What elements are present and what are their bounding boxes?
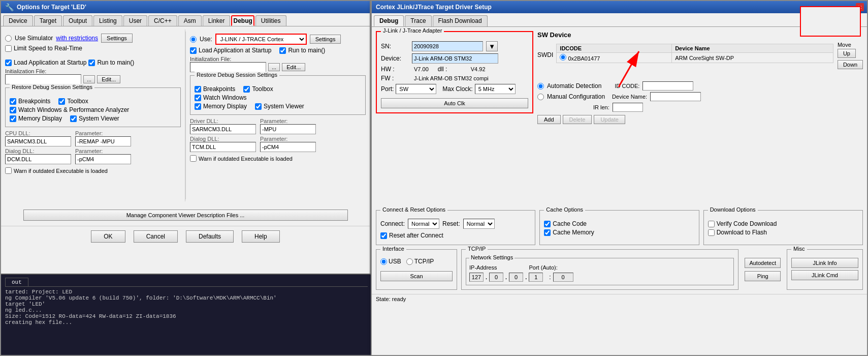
watch-windows-check[interactable]	[10, 107, 16, 113]
init-browse-right[interactable]: ...	[268, 63, 280, 71]
use-radio[interactable]	[190, 36, 197, 43]
cache-code-check[interactable]	[544, 221, 551, 227]
system-viewer-check[interactable]	[70, 115, 77, 122]
breakpoints-check[interactable]	[10, 98, 16, 105]
warn-check-left[interactable]	[5, 167, 12, 174]
dialog-param-input-right[interactable]	[260, 142, 316, 152]
down-button[interactable]: Down	[838, 60, 863, 69]
tab-listing[interactable]: Listing	[93, 15, 122, 26]
tab-linker[interactable]: Linker	[203, 15, 231, 26]
sn-input[interactable]	[412, 41, 483, 51]
load-app-check[interactable]	[5, 60, 12, 66]
help-button[interactable]: Help	[242, 230, 280, 243]
simulator-radio[interactable]	[5, 35, 12, 42]
dialog-dll-input-right[interactable]	[190, 142, 256, 152]
manual-config-radio[interactable]	[537, 94, 544, 100]
jlink-cmd-button[interactable]: JLink Cmd	[791, 270, 858, 280]
window-icon: 🔧	[5, 3, 14, 11]
defaults-button[interactable]: Defaults	[186, 230, 234, 243]
tcpip-radio[interactable]	[406, 258, 413, 265]
memory-display-check-right[interactable]	[195, 103, 201, 110]
driver-tab-trace[interactable]: Trace	[405, 15, 431, 26]
dialog-param-input[interactable]	[75, 154, 131, 164]
run-to-main-check-right[interactable]	[279, 47, 286, 54]
cache-memory-row: Cache Memory	[544, 229, 694, 236]
system-viewer-check-right[interactable]	[255, 103, 262, 110]
use-settings-button[interactable]: Settings	[310, 35, 341, 44]
cpu-dll-input[interactable]	[5, 136, 71, 146]
usb-radio[interactable]	[380, 258, 387, 265]
limit-speed-check[interactable]	[5, 45, 12, 52]
memory-display-check[interactable]	[10, 115, 16, 122]
cpu-param-input[interactable]	[75, 136, 131, 146]
watch-windows-check-right[interactable]	[195, 95, 201, 101]
dialog-dll-input[interactable]	[5, 154, 71, 164]
ip-input-3[interactable]	[509, 273, 523, 282]
console-tabs: out	[5, 278, 368, 287]
driver-param-input[interactable]	[260, 124, 316, 134]
autodetect-button[interactable]: Autodetect	[745, 258, 781, 268]
sn-dropdown-button[interactable]: ▼	[486, 41, 498, 51]
tab-asm[interactable]: Asm	[178, 15, 202, 26]
ip-input-2[interactable]	[489, 273, 503, 282]
swdi-radio[interactable]	[560, 54, 566, 61]
delete-button[interactable]: Delete	[563, 115, 592, 124]
restrictions-link[interactable]: with restrictions	[56, 35, 98, 42]
tab-target[interactable]: Target	[34, 15, 62, 26]
auto-clk-button[interactable]: Auto Clk	[381, 98, 528, 108]
up-button[interactable]: Up	[838, 49, 856, 58]
device-input[interactable]	[412, 53, 498, 64]
load-app-check-right[interactable]	[190, 47, 197, 54]
tab-debug[interactable]: Debug	[231, 15, 254, 26]
maxclock-select[interactable]: 5 MHz	[475, 84, 516, 94]
init-browse-button[interactable]: ...	[83, 75, 95, 83]
reset-after-check[interactable]	[380, 232, 387, 239]
port-select[interactable]: SW	[396, 84, 436, 94]
tab-device[interactable]: Device	[3, 15, 33, 26]
sw-table: IDCODE Device Name 0x2BA01477	[556, 44, 833, 63]
tcpip-radio-group: TCP/IP	[406, 258, 434, 265]
ip-input-4[interactable]	[529, 273, 543, 282]
ir-len-input[interactable]	[613, 103, 643, 112]
manage-button[interactable]: Manage Component Viewer Description File…	[23, 210, 348, 221]
breakpoints-check-right[interactable]	[195, 86, 201, 93]
port-input[interactable]	[553, 273, 573, 282]
tab-cpp[interactable]: C/C++	[148, 15, 177, 26]
ok-button[interactable]: OK	[91, 230, 125, 243]
cancel-button[interactable]: Cancel	[134, 230, 178, 243]
update-button[interactable]: Update	[594, 115, 625, 124]
driver-tab-debug[interactable]: Debug	[374, 15, 404, 26]
use-select[interactable]: J-LINK / J-TRACE Cortex	[215, 34, 307, 45]
console-line-2: ng Compiler 'V5.06 update 6 (build 750)'…	[5, 295, 368, 301]
sim-settings-button[interactable]: Settings	[101, 34, 133, 43]
console-tab-out[interactable]: out	[5, 278, 28, 286]
id-code-label: ID CODE:	[615, 83, 639, 89]
warn-check-right[interactable]	[190, 155, 197, 162]
init-edit-right[interactable]: Edit...	[282, 63, 305, 71]
ping-button[interactable]: Ping	[745, 271, 781, 281]
tab-output[interactable]: Output	[63, 15, 92, 26]
connect-select[interactable]: Normal	[408, 219, 439, 229]
toolbox-check-right[interactable]	[243, 86, 250, 93]
cache-memory-check[interactable]	[544, 229, 551, 236]
tab-utilities[interactable]: Utilities	[255, 15, 286, 26]
ip-input-1[interactable]	[469, 273, 484, 282]
driver-tab-flash[interactable]: Flash Download	[433, 15, 488, 26]
init-file-input-right[interactable]	[190, 62, 266, 72]
init-edit-button[interactable]: Edit...	[97, 75, 120, 83]
verify-check[interactable]	[708, 221, 715, 227]
jlink-info-button[interactable]: JLink Info	[791, 258, 858, 268]
driver-dll-input[interactable]	[190, 124, 256, 134]
reset-select[interactable]: Normal	[463, 219, 495, 229]
device-name-input[interactable]	[650, 92, 701, 101]
add-button[interactable]: Add	[537, 115, 561, 124]
auto-detect-radio[interactable]	[537, 83, 544, 90]
tab-user[interactable]: User	[123, 15, 147, 26]
run-to-main-check[interactable]	[88, 60, 95, 66]
detection-group: Automatic Detection ID CODE: Manual Conf…	[537, 81, 833, 112]
toolbox-check[interactable]	[58, 98, 65, 105]
id-code-input[interactable]	[642, 81, 693, 91]
init-file-input[interactable]	[5, 74, 81, 84]
download-flash-check[interactable]	[708, 229, 715, 236]
scan-button[interactable]: Scan	[380, 271, 453, 281]
